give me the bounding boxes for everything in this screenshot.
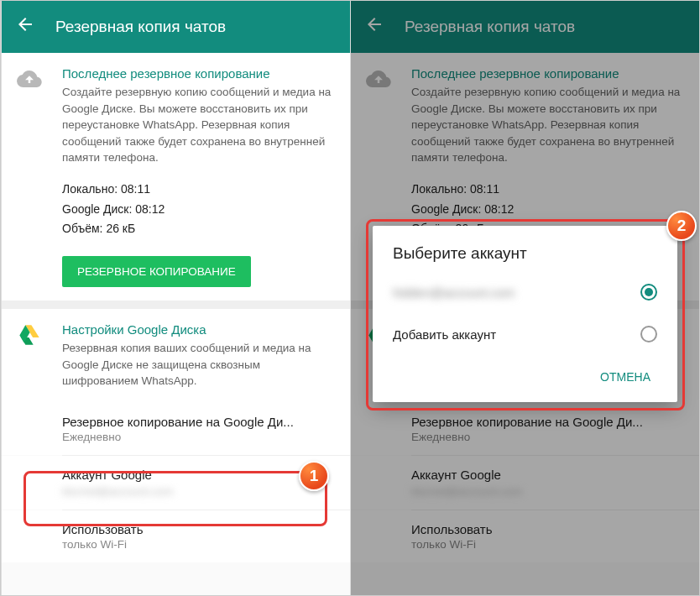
dialog-actions: ОТМЕНА xyxy=(373,355,677,397)
freq-value: Ежедневно xyxy=(62,431,337,443)
dialog-option-existing[interactable]: hidden@account.com xyxy=(373,271,677,313)
app-bar: Резервная копия чатов xyxy=(2,1,350,53)
backup-local-line: Локально: 08:11 xyxy=(62,180,337,200)
section-backup: Последнее резервное копирование Создайте… xyxy=(2,53,350,301)
drive-settings-title: Настройки Google Диска xyxy=(62,322,337,337)
dialog-title: Выберите аккаунт xyxy=(373,243,677,271)
annotation-badge-2: 2 xyxy=(666,211,697,241)
account-dialog: Выберите аккаунт hidden@account.com Доба… xyxy=(373,226,677,402)
dialog-option-label: Добавить аккаунт xyxy=(393,327,496,342)
screen-right: Резервная копия чатов Последнее резервно… xyxy=(350,1,699,595)
backup-button[interactable]: РЕЗЕРВНОЕ КОПИРОВАНИЕ xyxy=(62,256,251,287)
backup-drive-line: Google Диск: 08:12 xyxy=(62,200,337,220)
network-value: только Wi-Fi xyxy=(62,538,337,551)
section-drive-settings: Настройки Google Диска Резервная копия в… xyxy=(2,309,350,403)
cloud-upload-icon xyxy=(17,66,42,91)
dialog-option-add[interactable]: Добавить аккаунт xyxy=(373,313,677,355)
freq-label: Резервное копирование на Google Ди... xyxy=(62,415,337,429)
drive-icon xyxy=(17,322,42,348)
setting-network[interactable]: Использовать только Wi-Fi xyxy=(2,510,350,562)
network-label: Использовать xyxy=(62,522,337,536)
setting-google-account[interactable]: Аккаунт Google blurred@account.com xyxy=(2,456,350,510)
radio-icon xyxy=(640,326,657,342)
account-value: blurred@account.com xyxy=(62,485,337,498)
radio-icon xyxy=(640,284,657,301)
section-divider xyxy=(2,301,350,309)
account-label: Аккаунт Google xyxy=(62,468,337,482)
drive-settings-desc: Резервная копия ваших сообщений и медиа … xyxy=(62,340,337,389)
dialog-cancel-button[interactable]: ОТМЕНА xyxy=(590,363,661,390)
annotation-badge-1: 1 xyxy=(299,461,329,491)
setting-backup-frequency[interactable]: Резервное копирование на Google Ди... Еж… xyxy=(2,403,350,455)
screen-left: Резервная копия чатов Последнее резервно… xyxy=(1,1,350,595)
app-bar-title: Резервная копия чатов xyxy=(55,18,226,36)
dialog-option-label: hidden@account.com xyxy=(393,285,515,300)
backup-description: Создайте резервную копию сообщений и мед… xyxy=(62,84,337,166)
back-arrow-icon[interactable] xyxy=(15,14,35,39)
backup-section-title: Последнее резервное копирование xyxy=(62,66,337,81)
backup-size-line: Объём: 26 кБ xyxy=(62,219,337,239)
